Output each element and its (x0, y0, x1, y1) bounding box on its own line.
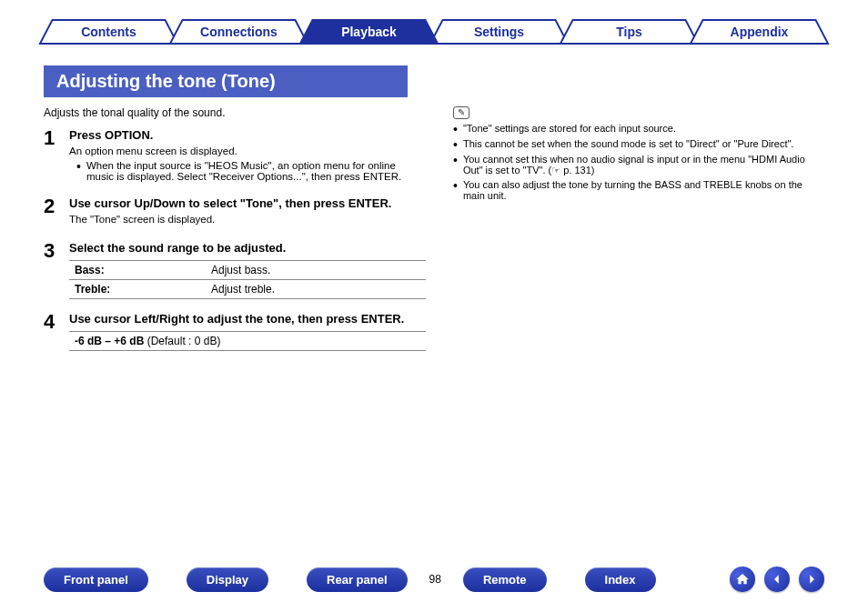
tab-playback[interactable]: Playback (298, 18, 439, 45)
section-title: Adjusting the tone (Tone) (44, 65, 408, 97)
table-row: Bass: Adjust bass. (69, 261, 426, 280)
right-column: ✎ "Tone" settings are stored for each in… (453, 103, 824, 364)
nav-icons (730, 567, 824, 592)
note-item: "Tone" settings are stored for each inpu… (453, 123, 824, 135)
step-title: Use cursor Left/Right to adjust the tone… (69, 312, 426, 326)
next-page-icon[interactable] (799, 567, 824, 592)
tab-tips[interactable]: Tips (559, 18, 700, 45)
tab-label: Contents (81, 25, 136, 39)
note-item: This cannot be set when the sound mode i… (453, 138, 824, 151)
tab-label: Connections (200, 25, 278, 39)
step-bullet: When the input source is "HEOS Music", a… (76, 160, 426, 182)
tab-label: Tips (616, 25, 642, 39)
table-val: Adjust bass. (206, 261, 426, 280)
step-number: 3 (44, 241, 69, 299)
table-val: Adjust treble. (206, 280, 426, 299)
table-row: Treble: Adjust treble. (69, 280, 426, 299)
pill-remote[interactable]: Remote (463, 567, 547, 592)
range-rest: (Default : 0 dB) (144, 335, 220, 347)
range-bold: -6 dB – +6 dB (75, 335, 144, 347)
tab-label: Appendix (731, 25, 789, 39)
tab-label: Playback (341, 25, 397, 39)
table-key: Bass: (69, 261, 206, 280)
pill-index[interactable]: Index (585, 567, 656, 592)
step-1: 1 Press OPTION. An option menu screen is… (44, 128, 426, 184)
tab-settings[interactable]: Settings (429, 18, 570, 45)
left-column: Adjusts the tonal quality of the sound. … (44, 103, 426, 364)
step-desc: The "Tone" screen is displayed. (69, 214, 426, 225)
table-key: Treble: (69, 280, 206, 299)
step-2: 2 Use cursor Up/Down to select "Tone", t… (44, 196, 426, 228)
range-row: -6 dB – +6 dB (Default : 0 dB) (69, 331, 426, 351)
step-number: 2 (44, 196, 69, 228)
pill-front-panel[interactable]: Front panel (44, 567, 148, 592)
pill-rear-panel[interactable]: Rear panel (307, 567, 407, 592)
pencil-note-icon: ✎ (453, 106, 469, 119)
tab-contents[interactable]: Contents (38, 18, 179, 45)
step-title: Press OPTION. (69, 128, 426, 142)
tab-appendix[interactable]: Appendix (689, 18, 830, 45)
tab-label: Settings (474, 25, 524, 39)
bottom-bar: Front panel Display Rear panel 98 Remote… (0, 567, 868, 592)
note-item: You can also adjust the tone by turning … (453, 179, 824, 201)
tone-table: Bass: Adjust bass. Treble: Adjust treble… (69, 260, 426, 299)
step-title: Use cursor Up/Down to select "Tone", the… (69, 196, 426, 210)
prev-page-icon[interactable] (764, 567, 790, 592)
home-icon[interactable] (730, 567, 755, 592)
step-number: 1 (44, 128, 69, 184)
step-3: 3 Select the sound range to be adjusted.… (44, 241, 426, 299)
pill-display[interactable]: Display (187, 567, 268, 592)
step-title: Select the sound range to be adjusted. (69, 241, 426, 255)
section-intro: Adjusts the tonal quality of the sound. (44, 106, 426, 119)
note-item: You cannot set this when no audio signal… (453, 154, 824, 176)
notes-list: "Tone" settings are stored for each inpu… (453, 123, 824, 201)
step-desc: An option menu screen is displayed. (69, 145, 426, 156)
page-number: 98 (429, 573, 441, 586)
tab-connections[interactable]: Connections (168, 18, 309, 45)
top-nav: Contents Connections Playback Settings T… (0, 0, 868, 45)
step-number: 4 (44, 312, 69, 351)
step-4: 4 Use cursor Left/Right to adjust the to… (44, 312, 426, 351)
